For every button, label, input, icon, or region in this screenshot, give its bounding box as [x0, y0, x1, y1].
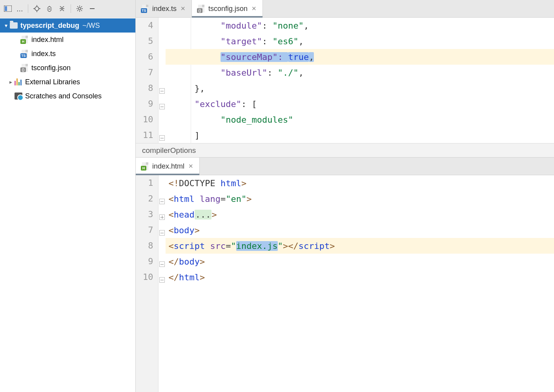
editor-tabs-bottom: H index.html ✕ [136, 158, 554, 175]
expand-all-icon[interactable] [44, 3, 55, 14]
fold-toggle-icon[interactable] [159, 199, 165, 204]
project-view-icon[interactable] [2, 3, 13, 14]
line-number: 3 [143, 207, 153, 222]
tree-root[interactable]: ▾ typescript_debug ~/WS [0, 18, 135, 33]
tab-label: index.ts [152, 5, 177, 13]
tree-file[interactable]: H index.html [0, 33, 135, 47]
code-lines[interactable]: <!DOCTYPE html><html lang="en"><head...>… [166, 175, 554, 392]
code-line[interactable]: <script src="index.js"></script> [166, 241, 335, 251]
line-number: 5 [143, 33, 153, 49]
tree-file[interactable]: {} tsconfig.json [0, 61, 135, 75]
code-line[interactable]: }, [166, 83, 205, 93]
code-line[interactable]: <!DOCTYPE html> [166, 178, 247, 188]
project-sidebar: ... ▾ typescript_debug [0, 0, 136, 392]
fold-toggle-icon[interactable] [159, 261, 165, 267]
fold-toggle-icon[interactable] [159, 230, 165, 236]
editor-tab[interactable]: H index.html ✕ [136, 158, 200, 175]
code-line[interactable]: "node_modules" [166, 115, 293, 125]
library-icon [14, 78, 23, 86]
code-editor-bottom[interactable]: 12378910 <!DOCTYPE html><html lang="en">… [136, 175, 554, 392]
hide-icon[interactable] [87, 3, 98, 14]
more-dots[interactable]: ... [15, 4, 25, 13]
code-line[interactable]: <head...> [166, 210, 217, 220]
external-libraries[interactable]: ▸ External Libraries [0, 75, 135, 89]
code-line[interactable]: </html> [166, 272, 205, 282]
svg-line-14 [77, 6, 78, 7]
fold-column[interactable] [159, 18, 166, 143]
editor-tab[interactable]: {} tsconfig.json ✕ [192, 0, 263, 17]
code-line[interactable]: "module": "none", [166, 21, 309, 31]
line-number: 9 [143, 254, 153, 269]
tab-label: tsconfig.json [208, 5, 248, 13]
close-icon[interactable]: ✕ [251, 5, 257, 12]
line-number: 8 [143, 238, 153, 254]
code-line[interactable]: "exclude": [ [166, 99, 257, 109]
close-icon[interactable]: ✕ [188, 163, 194, 169]
line-number: 11 [143, 127, 153, 143]
project-tree[interactable]: ▾ typescript_debug ~/WS H index.html TS … [0, 18, 135, 392]
code-line[interactable]: "baseUrl": "./", [166, 68, 304, 78]
code-line[interactable]: "target": "es6", [166, 36, 304, 46]
scratches-consoles[interactable]: Scratches and Consoles [0, 89, 135, 103]
sidebar-toolbar: ... [0, 0, 135, 18]
code-line[interactable]: ] [166, 131, 200, 140]
fold-toggle-icon[interactable] [159, 135, 165, 141]
collapse-all-icon[interactable] [56, 3, 67, 14]
svg-line-17 [81, 6, 82, 7]
editor-area: TS index.ts ✕ {} tsconfig.json ✕ 4567891… [136, 0, 554, 392]
json-file-icon: {} [21, 64, 29, 72]
ts-file-icon: TS [21, 50, 29, 58]
tree-item-label: index.ts [31, 50, 56, 58]
chevron-right-icon[interactable]: ▸ [7, 79, 14, 85]
line-number: 9 [143, 96, 153, 112]
gutter: 4567891011 [136, 18, 159, 143]
html-file-icon: H [141, 162, 149, 170]
gear-icon[interactable] [74, 3, 85, 14]
line-number: 2 [143, 191, 153, 207]
project-path: ~/WS [82, 22, 100, 30]
tree-item-label: Scratches and Consoles [25, 92, 102, 100]
toolbar-separator [28, 4, 28, 13]
tree-file[interactable]: TS index.ts [0, 47, 135, 61]
line-number: 8 [143, 80, 153, 96]
ts-file-icon: TS [141, 5, 149, 13]
editor-tabs-top: TS index.ts ✕ {} tsconfig.json ✕ [136, 0, 554, 18]
line-number: 7 [143, 65, 153, 80]
code-line[interactable]: "sourceMap": true, [166, 52, 314, 62]
json-file-icon: {} [197, 5, 205, 13]
svg-rect-1 [5, 6, 7, 11]
code-editor-top[interactable]: 4567891011 "module": "none", "target": "… [136, 18, 554, 143]
tab-label: index.html [152, 162, 184, 171]
breadcrumb[interactable]: compilerOptions [136, 143, 554, 157]
fold-toggle-icon[interactable] [159, 214, 165, 220]
line-number: 10 [143, 269, 153, 285]
close-icon[interactable]: ✕ [180, 5, 186, 12]
svg-point-9 [78, 7, 81, 10]
editor-tab[interactable]: TS index.ts ✕ [136, 0, 192, 17]
breadcrumb-item[interactable]: compilerOptions [142, 146, 196, 155]
editor-pane-top: TS index.ts ✕ {} tsconfig.json ✕ 4567891… [136, 0, 554, 157]
code-line[interactable]: <html lang="en"> [166, 194, 252, 204]
editor-pane-bottom: H index.html ✕ 12378910 <!DOCTYPE html><… [136, 157, 554, 392]
fold-toggle-icon[interactable] [159, 104, 165, 109]
scratch-icon [14, 92, 23, 100]
svg-line-16 [77, 10, 78, 11]
fold-toggle-icon[interactable] [159, 88, 165, 94]
line-number: 4 [143, 18, 153, 33]
toolbar-separator [71, 4, 71, 13]
code-line[interactable]: <body> [166, 225, 200, 235]
fold-toggle-icon[interactable] [159, 277, 165, 283]
locate-icon[interactable] [31, 3, 42, 14]
code-line[interactable]: </body> [166, 257, 205, 267]
line-number: 1 [143, 175, 153, 191]
line-number: 7 [143, 222, 153, 238]
svg-point-2 [35, 7, 39, 11]
tree-item-label: index.html [31, 36, 64, 44]
html-file-icon: H [21, 36, 29, 44]
gutter: 12378910 [136, 175, 159, 392]
fold-column[interactable] [159, 175, 166, 392]
project-name: typescript_debug [20, 22, 79, 30]
code-lines[interactable]: "module": "none", "target": "es6", "sour… [166, 18, 554, 143]
chevron-down-icon[interactable]: ▾ [2, 22, 9, 29]
svg-line-15 [81, 10, 82, 11]
